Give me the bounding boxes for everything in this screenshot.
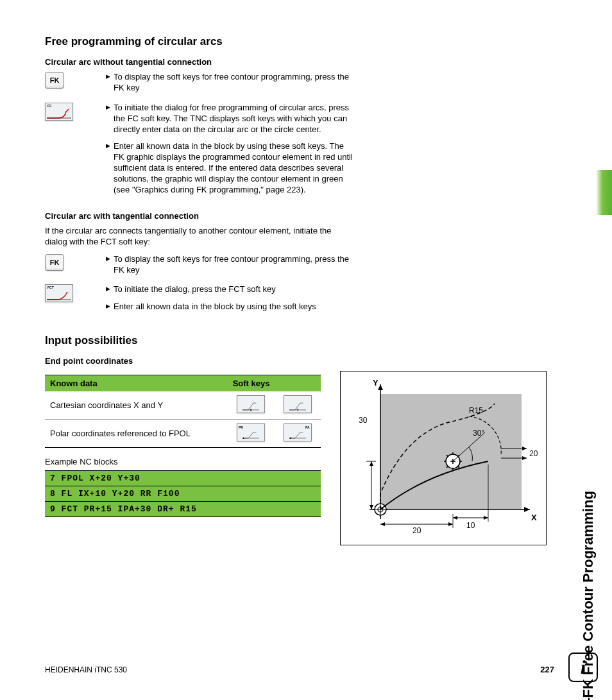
icon-column: FC [45, 103, 106, 123]
table-header: Known data [45, 375, 228, 392]
table-cell: PR [228, 420, 275, 448]
svg-text:30°: 30° [473, 429, 484, 438]
svg-text:30: 30 [359, 416, 368, 425]
page-footer: HEIDENHAIN iTNC 530 227 [45, 665, 554, 674]
table-row: Cartesian coordinates X and Y X Y [45, 391, 321, 420]
heading-sub2: Circular arc with tangential connection [45, 211, 554, 221]
table-row: Polar coordinates referenced to FPOL PR … [45, 420, 321, 448]
right-column: Y X [340, 371, 545, 545]
svg-marker-6 [524, 507, 530, 512]
svg-text:R15: R15 [469, 406, 483, 415]
table-cell: X [228, 391, 275, 420]
svg-marker-40 [453, 516, 457, 520]
pa-softkey-icon: PA [284, 423, 312, 441]
fk-key-icon: FK [45, 72, 64, 89]
instruction-item: Enter all known data in the block by usi… [106, 141, 353, 195]
instruction-item: To initiate the dialog for free programm… [106, 103, 353, 135]
instruction-row: FK To display the soft keys for free con… [45, 254, 554, 282]
y-softkey-icon: Y [284, 395, 312, 413]
nc-block-container: 7 FPOL X+20 Y+30 8 FL IX+10 Y+20 RR F100… [45, 470, 321, 517]
page-number: 227 [540, 665, 554, 674]
heading-sub1: Circular arc without tangential connecti… [45, 57, 554, 67]
instruction-row: FC To initiate the dialog for free progr… [45, 103, 554, 202]
nc-block-line: 9 FCT PR+15 IPA+30 DR+ R15 [45, 502, 321, 517]
instruction-row: FCT To initiate the dialog, press the FC… [45, 284, 554, 319]
nc-block-line: 8 FL IX+10 Y+20 RR F100 [45, 486, 321, 502]
info-icon: i [568, 653, 598, 682]
svg-marker-41 [484, 516, 488, 520]
icon-column: FK [45, 72, 106, 89]
table-header-row: Known data Soft keys [45, 375, 321, 392]
x-softkey-icon: X [237, 395, 265, 413]
fct-softkey-icon: FCT [45, 284, 73, 302]
table-cell: Polar coordinates referenced to FPOL [45, 420, 228, 448]
table-cell: Y [274, 391, 321, 420]
intro-paragraph: If the circular arc connects tangentiall… [45, 226, 340, 248]
left-column: Known data Soft keys Cartesian coordinat… [45, 371, 321, 517]
page-content: Free programming of circular arcs Circul… [0, 0, 612, 571]
svg-text:X: X [250, 409, 252, 412]
example-label: Example NC blocks [45, 457, 321, 466]
svg-text:X: X [531, 513, 537, 522]
heading-section1: Free programming of circular arcs [45, 35, 554, 48]
svg-marker-33 [370, 461, 373, 466]
svg-text:20: 20 [529, 449, 538, 458]
bullet-list: To initiate the dialog for free programm… [106, 103, 353, 202]
svg-marker-34 [370, 505, 373, 509]
svg-marker-36 [380, 522, 385, 526]
fc-softkey-icon: FC [45, 103, 73, 121]
bullet-list: To initiate the dialog, press the FCT so… [106, 284, 353, 319]
svg-text:Y: Y [296, 409, 298, 412]
instruction-row: FK To display the soft keys for free con… [45, 72, 554, 100]
instruction-item: Enter all known data in the block by usi… [106, 302, 353, 312]
svg-text:Y: Y [373, 378, 378, 388]
svg-marker-8 [378, 384, 383, 390]
heading-endpoint: End point coordinates [45, 356, 554, 366]
instruction-item: To initiate the dialog, press the FCT so… [106, 284, 353, 295]
bullet-list: To display the soft keys for free contou… [106, 254, 353, 282]
two-column-layout: Known data Soft keys Cartesian coordinat… [45, 371, 554, 545]
coordinate-diagram: Y X [340, 371, 547, 545]
footer-product: HEIDENHAIN iTNC 530 [45, 665, 127, 674]
fk-key-icon: FK [45, 254, 64, 271]
icon-column: FK [45, 254, 106, 271]
svg-marker-28 [522, 447, 527, 450]
instruction-item: To display the soft keys for free contou… [106, 72, 353, 94]
svg-marker-37 [448, 522, 453, 526]
icon-column: FCT [45, 284, 106, 304]
table-cell: PA [274, 420, 321, 448]
table-header: Soft keys [228, 375, 321, 392]
pr-softkey-icon: PR [237, 423, 265, 441]
svg-rect-4 [380, 394, 522, 509]
softkey-table: Known data Soft keys Cartesian coordinat… [45, 375, 321, 448]
instruction-item: To display the soft keys for free contou… [106, 254, 353, 276]
svg-text:20: 20 [412, 526, 421, 535]
svg-text:10: 10 [466, 521, 475, 530]
heading-section2: Input possibilities [45, 334, 554, 347]
bullet-list: To display the soft keys for free contou… [106, 72, 353, 100]
svg-marker-30 [522, 456, 527, 460]
nc-block-line: 7 FPOL X+20 Y+30 [45, 471, 321, 486]
table-cell: Cartesian coordinates X and Y [45, 391, 228, 420]
